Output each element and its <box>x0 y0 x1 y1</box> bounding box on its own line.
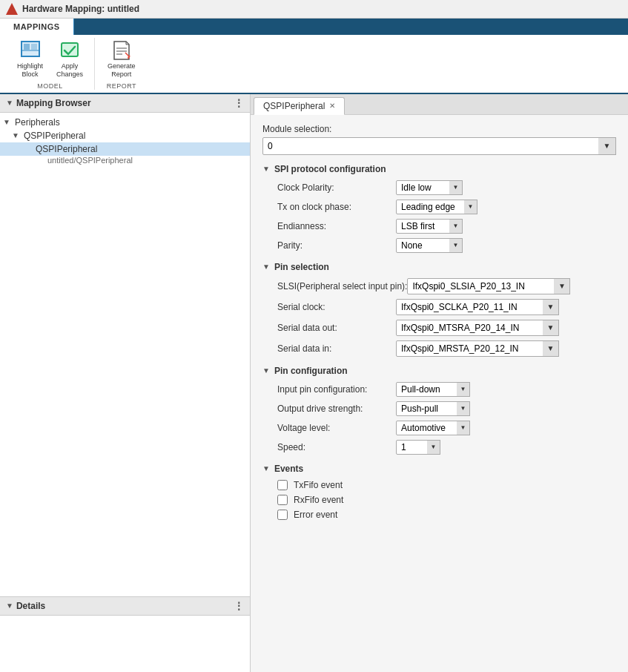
pin-selection-label: Pin selection <box>274 262 329 272</box>
collapse-icon[interactable]: ▼ <box>6 99 13 107</box>
endianness-arrow-icon[interactable]: ▼ <box>449 219 463 234</box>
clock-polarity-label: Clock Polarity: <box>277 182 396 193</box>
details-title: Details <box>16 601 45 611</box>
apply-changes-button[interactable]: ApplyChanges <box>51 38 88 81</box>
right-panel: QSPIPeripheral ✕ Module selection: 0 ▼ ▼… <box>251 94 628 672</box>
pin-config-collapse-icon[interactable]: ▼ <box>262 366 270 375</box>
events-collapse-icon[interactable]: ▼ <box>262 464 270 472</box>
speed-row: Speed: 1 2 3 4 ▼ <box>277 440 616 455</box>
txfifo-checkbox[interactable] <box>277 480 288 490</box>
rxfifo-checkbox[interactable] <box>277 495 288 505</box>
endianness-label: Endianness: <box>277 221 396 231</box>
svg-marker-6 <box>126 42 129 45</box>
slsi-select-wrapper: IfxQspi0_SLSIA_P20_13_IN ▼ <box>407 278 570 294</box>
details-collapse-icon[interactable]: ▼ <box>6 602 13 610</box>
serial-data-out-row: Serial data out: IfxQspi0_MTSRA_P20_14_I… <box>277 320 616 336</box>
input-pin-config-label: Input pin configuration: <box>277 384 396 395</box>
serial-data-in-label: Serial data in: <box>277 343 396 354</box>
input-pin-config-arrow-icon[interactable]: ▼ <box>457 382 470 397</box>
tab-bar: QSPIPeripheral ✕ <box>251 94 628 115</box>
voltage-level-arrow-icon[interactable]: ▼ <box>457 421 470 435</box>
tx-clock-phase-arrow-icon[interactable]: ▼ <box>464 200 477 214</box>
tree-label-qspi: QSPIPeripheral <box>36 144 97 154</box>
tree-arrow-qspi-group: ▼ <box>12 131 21 139</box>
highlight-icon <box>20 40 41 61</box>
pin-selection-header: ▼ Pin selection <box>262 262 616 272</box>
endianness-row: Endianness: LSB first MSB first ▼ <box>277 219 616 234</box>
tree-item-peripherals[interactable]: ▼ Peripherals <box>0 116 250 129</box>
mapping-browser-header: ▼ Mapping Browser ⋮ <box>0 94 250 113</box>
module-select-arrow-icon[interactable]: ▼ <box>598 137 616 155</box>
tree-item-qspi-group[interactable]: ▼ QSPIPeripheral <box>0 129 250 142</box>
serial-clock-label: Serial clock: <box>277 302 396 312</box>
module-selection-label: Module selection: <box>262 124 616 134</box>
voltage-level-select-wrapper: Automotive 3.3V 1.8V ▼ <box>396 421 470 435</box>
serial-data-in-select[interactable]: IfxQspi0_MRSTA_P20_12_IN <box>396 340 559 357</box>
slsi-row: SLSI(Peripheral select input pin): IfxQs… <box>277 278 616 294</box>
pin-selection-collapse-icon[interactable]: ▼ <box>262 263 270 271</box>
serial-clock-row: Serial clock: IfxQspi0_SCLKA_P20_11_IN ▼ <box>277 299 616 315</box>
content-area: Module selection: 0 ▼ ▼ SPI protocol con… <box>251 115 628 672</box>
generate-report-label: GenerateReport <box>108 62 136 79</box>
pin-config-label: Pin configuration <box>274 366 348 376</box>
app-title: Hardware Mapping: untitled <box>22 4 139 14</box>
svg-rect-1 <box>24 44 30 50</box>
pin-config-header: ▼ Pin configuration <box>262 366 616 376</box>
ribbon-group-model: HighlightBlock ApplyChanges MODEL <box>6 38 95 90</box>
spi-collapse-icon[interactable]: ▼ <box>262 165 270 173</box>
report-group-label: REPORT <box>107 82 136 90</box>
highlight-block-label: HighlightBlock <box>17 62 43 79</box>
slsi-arrow-icon[interactable]: ▼ <box>554 278 570 294</box>
tree-arrow-peripherals: ▼ <box>3 118 12 126</box>
serial-data-out-select[interactable]: IfxQspi0_MTSRA_P20_14_IN <box>396 320 559 336</box>
output-drive-label: Output drive strength: <box>277 403 396 414</box>
serial-data-in-select-wrapper: IfxQspi0_MRSTA_P20_12_IN ▼ <box>396 340 559 357</box>
parity-row: Parity: None Even Odd ▼ <box>277 238 616 253</box>
serial-data-in-arrow-icon[interactable]: ▼ <box>543 340 559 357</box>
spi-protocol-header: ▼ SPI protocol configuration <box>262 164 616 174</box>
generate-report-button[interactable]: GenerateReport <box>102 38 141 81</box>
slsi-select[interactable]: IfxQspi0_SLSIA_P20_13_IN <box>407 278 570 294</box>
slsi-label: SLSI(Peripheral select input pin): <box>277 281 407 291</box>
highlight-block-button[interactable]: HighlightBlock <box>12 38 48 81</box>
speed-select-wrapper: 1 2 3 4 ▼ <box>396 440 440 455</box>
error-row: Error event <box>277 510 616 520</box>
tab-close-icon[interactable]: ✕ <box>329 102 335 110</box>
rxfifo-row: RxFifo event <box>277 495 616 505</box>
qspi-tab[interactable]: QSPIPeripheral ✕ <box>254 97 345 115</box>
clock-polarity-row: Clock Polarity: Idle low Idle high ▼ <box>277 180 616 195</box>
clock-polarity-arrow-icon[interactable]: ▼ <box>449 180 463 195</box>
tree-item-qspi[interactable]: QSPIPeripheral <box>0 142 250 156</box>
serial-clock-select[interactable]: IfxQspi0_SCLKA_P20_11_IN <box>396 299 559 315</box>
serial-clock-select-wrapper: IfxQspi0_SCLKA_P20_11_IN ▼ <box>396 299 559 315</box>
ribbon-content: HighlightBlock ApplyChanges MODEL <box>0 35 628 93</box>
output-drive-select-wrapper: Push-pull Open drain ▼ <box>396 401 470 416</box>
ribbon-group-report: GenerateReport REPORT <box>96 38 147 90</box>
tx-clock-phase-select-wrapper: Leading edge Trailing edge ▼ <box>396 200 477 214</box>
txfifo-row: TxFifo event <box>277 480 616 490</box>
input-pin-config-select-wrapper: Pull-down Pull-up None ▼ <box>396 382 470 397</box>
module-select[interactable]: 0 <box>262 137 616 155</box>
error-checkbox[interactable] <box>277 510 288 520</box>
details-header: ▼ Details ⋮ <box>0 597 250 616</box>
model-buttons: HighlightBlock ApplyChanges <box>12 38 88 81</box>
more-options-icon[interactable]: ⋮ <box>234 97 244 109</box>
output-drive-arrow-icon[interactable]: ▼ <box>457 401 470 416</box>
rxfifo-label: RxFifo event <box>294 495 343 505</box>
speed-arrow-icon[interactable]: ▼ <box>427 440 440 455</box>
details-more-icon[interactable]: ⋮ <box>234 600 244 612</box>
apply-changes-label: ApplyChanges <box>56 62 83 79</box>
title-bar: Hardware Mapping: untitled <box>0 0 628 19</box>
svg-rect-2 <box>31 44 37 50</box>
tab-mappings[interactable]: MAPPINGS <box>0 19 74 35</box>
tree-label-peripherals: Peripherals <box>15 117 60 128</box>
module-select-wrapper: 0 ▼ <box>262 137 616 155</box>
endianness-select-wrapper: LSB first MSB first ▼ <box>396 219 463 234</box>
tx-clock-phase-label: Tx on clock phase: <box>277 202 396 212</box>
tree-label-qspi-group: QSPIPeripheral <box>24 131 85 141</box>
parity-label: Parity: <box>277 240 396 251</box>
parity-arrow-icon[interactable]: ▼ <box>449 238 463 253</box>
serial-clock-arrow-icon[interactable]: ▼ <box>543 299 559 315</box>
qspi-tab-label: QSPIPeripheral <box>263 101 325 111</box>
serial-data-out-arrow-icon[interactable]: ▼ <box>543 320 559 336</box>
